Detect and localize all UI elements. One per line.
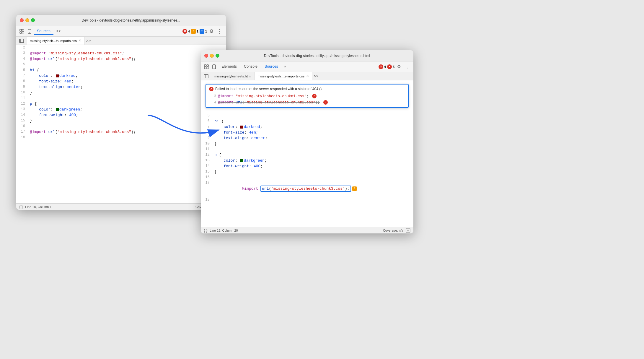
table-row: 14 font-weight: 400; (201, 163, 413, 169)
settings-icon-1[interactable]: ⚙ (208, 28, 215, 34)
table-row: 5 (16, 62, 226, 67)
file-tabs-2: missing-stylesheets.html missing-stylesh… (201, 72, 413, 80)
table-row: 8 font-size: 4em; (16, 79, 226, 84)
svg-rect-13 (207, 67, 208, 69)
table-row: 11 (201, 147, 413, 152)
file-tab-close-1[interactable]: ✕ (79, 39, 81, 43)
panel-toggle-2[interactable] (202, 74, 210, 78)
table-row: 18 (201, 197, 413, 203)
table-row: 15 } (201, 169, 413, 175)
close-button-1[interactable] (20, 18, 24, 22)
inline-error-badge-2: ✕ (323, 100, 328, 105)
svg-rect-16 (204, 74, 208, 78)
curly-braces-icon-1: { } (19, 204, 23, 209)
title-bar-2: DevTools - devtools-dbg-stories.netlify.… (201, 50, 413, 61)
more-menu-icon-2[interactable]: ⋮ (403, 64, 411, 70)
tab-sources[interactable]: Sources (34, 28, 53, 35)
table-row: 15 } (16, 118, 226, 124)
file-tab-close-2[interactable]: ✕ (306, 74, 309, 78)
table-row: 9 text-align: center; (201, 135, 413, 141)
table-row: 17 @import url("missing-stylesheets-chun… (16, 129, 226, 135)
more-menu-icon-1[interactable]: ⋮ (216, 28, 224, 35)
maximize-button-1[interactable] (31, 18, 35, 22)
table-row: 16 (201, 175, 413, 180)
device-toggle-icon[interactable] (26, 28, 33, 35)
table-row: 12 p { (201, 152, 413, 158)
table-row: 13 color: darkgreen; (201, 158, 413, 163)
devtools-window-1: DevTools - devtools-dbg-stories.netlify.… (16, 15, 226, 210)
svg-rect-10 (204, 65, 206, 66)
devtools-window-2: DevTools - devtools-dbg-stories.netlify.… (201, 50, 413, 233)
table-row: 14 font-weight: 400; (16, 112, 226, 118)
table-row: 11 (16, 95, 226, 101)
file-tabs-more-1[interactable]: >> (84, 38, 92, 43)
error-badge-2a[interactable]: ✕ 4 (379, 64, 386, 69)
tab-more-2[interactable]: » (282, 63, 288, 70)
tab-elements-2[interactable]: Elements (219, 63, 240, 70)
close-button-2[interactable] (204, 54, 208, 58)
traffic-lights-2 (204, 54, 219, 58)
svg-rect-12 (207, 65, 208, 66)
table-row: 18 (16, 135, 226, 140)
table-row: 3 @import "missing-stylesheets-chukn1.cs… (16, 51, 226, 56)
error-code-lines: 3 @import "missing-stylesheets-chukn1.cs… (209, 94, 405, 105)
settings-icon-2[interactable]: ⚙ (396, 64, 402, 69)
table-row: 13 color: darkgreen; (16, 107, 226, 112)
file-tabs-more-2[interactable]: >> (312, 74, 320, 78)
error-message: ✕ Failed to load resource: the server re… (209, 86, 405, 92)
error-popup: ✕ Failed to load resource: the server re… (206, 84, 409, 108)
svg-rect-3 (22, 32, 24, 33)
status-bar-2: { } Line 13, Column 20 Coverage: n/a (201, 227, 413, 233)
table-row: 6 h1 { (201, 118, 413, 124)
table-row: 4 @import url("missing-stylesheets-chunk… (16, 56, 226, 62)
maximize-button-2[interactable] (216, 54, 219, 58)
inspect-icon[interactable] (19, 28, 25, 35)
code-editor-1[interactable]: 2 3 @import "missing-stylesheets-chukn1.… (16, 45, 226, 203)
table-row: 7 color: darkred; (16, 73, 226, 79)
window-title-1: DevTools - devtools-dbg-stories.netlify.… (40, 18, 222, 22)
coverage-icon-2 (406, 228, 410, 233)
minimize-button-1[interactable] (25, 18, 29, 22)
inspect-icon-2[interactable] (203, 64, 210, 70)
svg-point-15 (214, 68, 214, 68)
table-row: 12 p { (16, 101, 226, 107)
status-bar-1: { } Line 18, Column 1 Coverage: n/a (16, 203, 226, 210)
table-row: 10 } (201, 141, 413, 147)
file-tab-css-2[interactable]: missing-stylesh...ts-imports.css ✕ (255, 72, 312, 80)
panel-toggle-1[interactable] (17, 39, 26, 43)
error-circle-icon: ✕ (209, 87, 213, 91)
error-badge-2b[interactable]: ✕ 5 (387, 64, 394, 69)
warn-icon: ! (191, 29, 196, 34)
error-icon-2a: ✕ (379, 64, 383, 69)
minimize-button-2[interactable] (210, 54, 214, 58)
error-icon-2b: ✕ (387, 64, 392, 69)
tab-console-2[interactable]: Console (241, 63, 260, 70)
code-table-2: 5 6 h1 { 7 color: darkred; 8 font-size: … (201, 113, 413, 203)
info-icon: ≡ (200, 29, 204, 34)
traffic-lights-1 (20, 18, 35, 22)
cursor-position-2: Line 13, Column 20 (210, 229, 238, 232)
coverage-status-2: Coverage: n/a (383, 229, 403, 232)
device-toggle-icon-2[interactable] (211, 64, 217, 70)
svg-point-5 (29, 32, 30, 33)
table-row: 10 } (16, 90, 226, 95)
error-icon: ✕ (182, 29, 187, 34)
warn-badge-1[interactable]: ! 1 (191, 29, 198, 34)
svg-rect-11 (204, 67, 206, 69)
table-row: 2 (16, 45, 226, 51)
code-editor-2[interactable]: ✕ Failed to load resource: the server re… (201, 80, 413, 227)
cursor-position-1: Line 18, Column 1 (25, 205, 51, 209)
error-badge-1[interactable]: ✕ 4 (182, 29, 190, 34)
inline-error-badge-1: ✕ (312, 94, 317, 98)
file-tab-html-2[interactable]: missing-stylesheets.html (211, 72, 255, 80)
tab-more[interactable]: >> (55, 27, 63, 35)
table-row: 5 (201, 113, 413, 118)
file-tab-css-1[interactable]: missing-stylesh...ts-imports.css ✕ (27, 37, 84, 45)
badge-group-1: ✕ 4 ! 1 ≡ 1 (182, 29, 207, 34)
info-badge-1[interactable]: ≡ 1 (200, 29, 207, 34)
table-row: 9 text-align: center; (16, 84, 226, 90)
tab-sources-2[interactable]: Sources (262, 63, 281, 70)
toolbar-2: Elements Console Sources » ✕ 4 ✕ 5 ⚙ ⋮ (201, 61, 413, 72)
svg-rect-6 (19, 39, 24, 43)
code-table-1: 2 3 @import "missing-stylesheets-chukn1.… (16, 45, 226, 140)
